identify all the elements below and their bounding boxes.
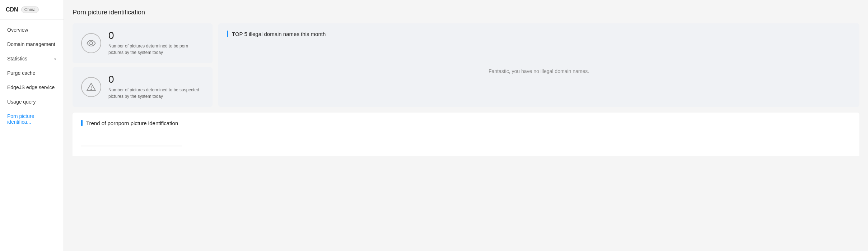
trend-chart	[81, 132, 182, 146]
warning-icon	[86, 82, 96, 92]
porn-pictures-info: 0 Number of pictures determined to be po…	[108, 31, 204, 56]
trend-section-title: Trend of pornporn picture identification	[81, 120, 851, 126]
bottom-section: Trend of pornporn picture identification	[73, 113, 859, 156]
sidebar-nav: Overview Domain management Statistics ∨ …	[0, 20, 64, 251]
suspected-pictures-count: 0	[108, 74, 204, 85]
sidebar-item-usage-query[interactable]: Usage query	[0, 95, 64, 109]
top-section: 0 Number of pictures determined to be po…	[73, 23, 859, 107]
panel-title-text: TOP 5 illegal domain names this month	[232, 31, 326, 37]
sidebar-item-label: Statistics	[7, 56, 54, 61]
porn-pictures-count: 0	[108, 31, 204, 41]
sidebar: CDN China Overview Domain management Sta…	[0, 0, 64, 251]
sidebar-item-statistics[interactable]: Statistics ∨	[0, 51, 64, 66]
sidebar-item-label: Purge cache	[7, 70, 56, 76]
main-content: Porn picture identification 0 Number of …	[64, 0, 868, 251]
title-accent-bar	[227, 31, 228, 37]
svg-point-2	[91, 89, 92, 90]
suspected-pictures-desc: Number of pictures determined to be susp…	[108, 87, 204, 100]
sidebar-item-porn-picture[interactable]: Porn picture identifica...	[0, 109, 64, 129]
suspected-pictures-info: 0 Number of pictures determined to be su…	[108, 74, 204, 100]
svg-point-0	[90, 42, 93, 45]
porn-pictures-card: 0 Number of pictures determined to be po…	[73, 23, 213, 63]
sidebar-item-label: Overview	[7, 27, 56, 33]
eye-icon-wrap	[81, 33, 101, 53]
porn-pictures-desc: Number of pictures determined to be porn…	[108, 43, 204, 56]
chevron-down-icon: ∨	[54, 57, 56, 61]
cards-column: 0 Number of pictures determined to be po…	[73, 23, 213, 107]
sidebar-item-domain-management[interactable]: Domain management	[0, 37, 64, 51]
illegal-domains-panel: TOP 5 illegal domain names this month Fa…	[218, 23, 859, 107]
sidebar-item-label: EdgeJS edge service	[7, 85, 56, 90]
page-title: Porn picture identification	[73, 9, 859, 16]
region-badge[interactable]: China	[21, 6, 39, 13]
cdn-label: CDN	[6, 6, 18, 13]
warning-icon-wrap	[81, 77, 101, 97]
panel-empty-message: Fantastic, you have no illegal domain na…	[227, 43, 851, 100]
sidebar-item-label: Domain management	[7, 41, 56, 47]
suspected-pictures-card: 0 Number of pictures determined to be su…	[73, 67, 213, 107]
sidebar-item-label: Porn picture identifica...	[7, 113, 56, 125]
sidebar-item-edgejs[interactable]: EdgeJS edge service	[0, 80, 64, 95]
panel-title: TOP 5 illegal domain names this month	[227, 31, 851, 37]
sidebar-item-overview[interactable]: Overview	[0, 23, 64, 37]
eye-icon	[86, 38, 96, 48]
trend-title-text: Trend of pornporn picture identification	[86, 120, 178, 126]
sidebar-item-label: Usage query	[7, 99, 56, 105]
sidebar-header: CDN China	[0, 0, 64, 20]
trend-title-accent-bar	[81, 120, 83, 126]
sidebar-item-purge-cache[interactable]: Purge cache	[0, 66, 64, 80]
